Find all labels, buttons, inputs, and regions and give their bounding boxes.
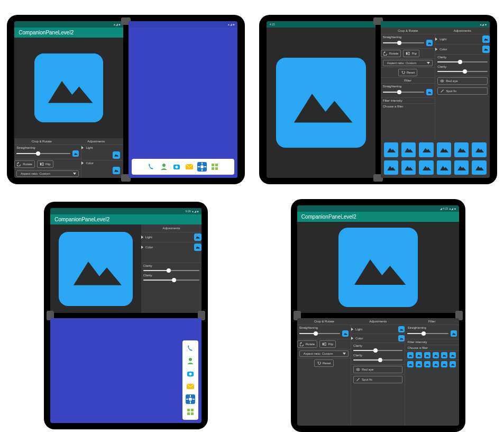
image-preview[interactable]: [50, 224, 141, 313]
filter-option[interactable]: [401, 142, 416, 157]
filter-option[interactable]: [416, 352, 422, 358]
filter-option[interactable]: [472, 160, 486, 175]
tab-crop[interactable]: Crop & Rotate: [297, 318, 351, 325]
filter-option[interactable]: [419, 142, 433, 157]
tab-filter[interactable]: Filter: [405, 318, 459, 325]
clarity-slider[interactable]: [437, 60, 488, 64]
filter-option[interactable]: [433, 361, 439, 367]
straightening-slider[interactable]: [16, 151, 70, 156]
filter-option[interactable]: [424, 361, 430, 367]
app-titlebar: CompanionPaneLevel2: [297, 212, 459, 222]
app-apps[interactable]: [210, 162, 219, 172]
image-preview[interactable]: [14, 38, 123, 138]
statusbar: ◢ 4:15 ▲◢ ■: [297, 205, 459, 212]
filter-option[interactable]: [450, 361, 456, 367]
app-contacts[interactable]: [186, 356, 195, 366]
chevron-down-icon: [427, 62, 430, 64]
filter-option[interactable]: [450, 352, 456, 358]
tab-adjust[interactable]: Adjustments: [351, 318, 405, 325]
controls-panel: Crop & Rotate Adjustments Straightening …: [14, 138, 123, 178]
homescreen[interactable]: [129, 28, 237, 178]
straightening-slider[interactable]: [407, 331, 448, 336]
choose-filter-label: Choose a filter: [383, 105, 433, 108]
aspect-select[interactable]: Aspect ratio: Custom: [16, 170, 79, 177]
filter-option[interactable]: [437, 160, 451, 175]
color-expander[interactable]: Color: [141, 242, 201, 252]
clarity-slider[interactable]: [437, 69, 488, 74]
filter-option[interactable]: [433, 352, 439, 358]
rotate-button[interactable]: Rotate: [14, 160, 35, 168]
light-expander[interactable]: Light: [141, 232, 201, 242]
rotate-button[interactable]: Rotate: [381, 50, 401, 57]
tab-crop[interactable]: Crop & Rotate: [14, 138, 69, 145]
filter-option[interactable]: [401, 160, 416, 175]
rotate-button[interactable]: Rotate: [297, 340, 318, 348]
straightening-slider[interactable]: [383, 90, 425, 94]
flip-button[interactable]: Flip: [37, 160, 53, 168]
filter-option[interactable]: [424, 352, 430, 358]
app-settings[interactable]: [186, 394, 195, 404]
tab-adjust[interactable]: Adjustments: [435, 28, 490, 34]
filter-option[interactable]: [407, 352, 414, 358]
redeye-button[interactable]: Red eye: [353, 366, 402, 373]
aspect-select[interactable]: Aspect ratio: Custom: [299, 350, 349, 357]
light-expander[interactable]: Light: [81, 145, 123, 150]
filter-option[interactable]: [441, 352, 447, 358]
homescreen[interactable]: [50, 318, 201, 423]
filter-option[interactable]: [454, 160, 469, 175]
reset-button[interactable]: Reset: [398, 69, 418, 76]
filter-option[interactable]: [437, 142, 451, 157]
tab-crop[interactable]: Crop & Rotate: [381, 28, 435, 34]
tab-adjust: Adjustments: [141, 224, 201, 232]
filter-option[interactable]: [416, 361, 422, 367]
aspect-select[interactable]: Aspect ratio: Custom: [383, 60, 433, 66]
app-phone[interactable]: [146, 162, 156, 172]
app-settings[interactable]: [197, 162, 207, 172]
app-titlebar: CompanionPaneLevel2: [50, 214, 201, 224]
spotfix-button[interactable]: Spot fix: [353, 376, 402, 383]
thumb-icon: [482, 46, 490, 53]
eye-icon: [356, 367, 360, 372]
filter-option[interactable]: [472, 142, 486, 157]
straightening-slider[interactable]: [299, 331, 340, 336]
device-dual-portrait-half: 9:29 ▲◢ ■ CompanionPaneLevel2 Adjustment…: [44, 202, 208, 429]
tab-adjust[interactable]: Adjustments: [69, 138, 123, 145]
app-messages[interactable]: [185, 162, 194, 172]
clarity-slider[interactable]: [143, 278, 199, 282]
clarity-slider[interactable]: [353, 358, 402, 362]
filter-option[interactable]: [384, 142, 398, 157]
spotfix-button[interactable]: Spot fix: [437, 87, 488, 95]
color-expander[interactable]: Color: [435, 44, 490, 54]
color-expander[interactable]: Color: [81, 160, 123, 166]
filter-option[interactable]: [454, 142, 469, 157]
app-apps[interactable]: [186, 407, 195, 417]
statusbar: ▲◢ ■: [14, 21, 123, 28]
color-expander[interactable]: Color: [351, 334, 405, 343]
app-contacts[interactable]: [159, 162, 169, 172]
app-phone[interactable]: [186, 344, 195, 353]
straightening-slider[interactable]: [383, 41, 425, 45]
screen-bottom-controls: Crop & Rotate Adjustments Filter Straigh…: [297, 318, 459, 426]
thumb-icon: [398, 335, 405, 341]
light-expander[interactable]: Light: [435, 34, 490, 44]
light-thumb-icon[interactable]: [113, 151, 120, 159]
image-preview[interactable]: [297, 222, 459, 313]
filter-option[interactable]: [384, 160, 398, 175]
reset-button[interactable]: Reset: [314, 359, 334, 367]
filter-option[interactable]: [441, 361, 447, 367]
redeye-button[interactable]: Red eye: [437, 77, 488, 85]
color-thumb-icon[interactable]: [113, 167, 120, 174]
thumb-icon: [342, 330, 349, 337]
clarity-slider[interactable]: [353, 348, 402, 353]
light-expander[interactable]: Light: [351, 325, 405, 334]
filter-option[interactable]: [419, 160, 433, 175]
chevron-down-icon: [343, 353, 346, 355]
flip-button[interactable]: Flip: [403, 50, 419, 57]
app-camera[interactable]: [186, 369, 195, 379]
flip-button[interactable]: Flip: [319, 340, 336, 348]
app-messages[interactable]: [186, 382, 195, 391]
image-preview[interactable]: [267, 28, 375, 178]
clarity-slider[interactable]: [143, 268, 199, 273]
filter-option[interactable]: [407, 361, 414, 367]
app-camera[interactable]: [172, 162, 181, 172]
